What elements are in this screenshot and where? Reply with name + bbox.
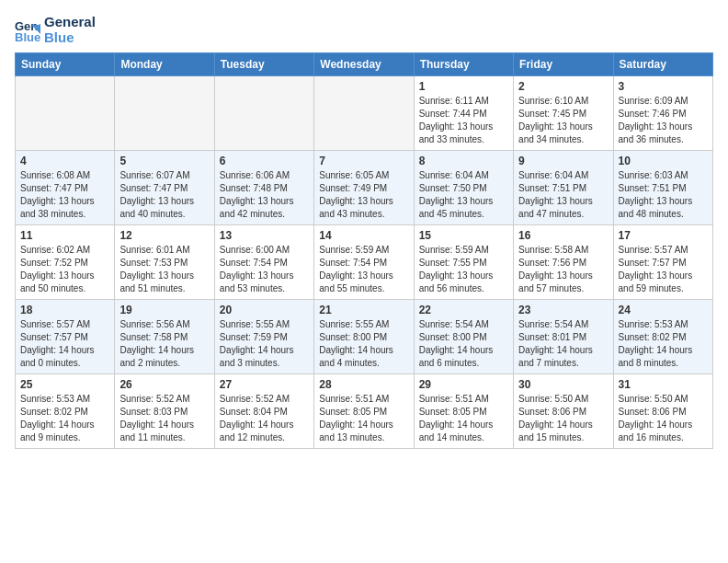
col-header-saturday: Saturday [613,53,712,76]
day-number: 12 [119,229,209,242]
day-number: 11 [20,229,109,242]
calendar-cell: 6Sunrise: 6:06 AM Sunset: 7:48 PM Daylig… [214,151,313,225]
calendar-cell: 26Sunrise: 5:52 AM Sunset: 8:03 PM Dayli… [115,374,214,449]
day-number: 9 [518,155,608,167]
day-number: 19 [119,304,209,316]
calendar-cell: 20Sunrise: 5:55 AM Sunset: 7:59 PM Dayli… [214,300,313,374]
day-info: Sunrise: 6:04 AM Sunset: 7:50 PM Dayligh… [419,169,508,221]
calendar-cell [214,76,313,151]
calendar-cell: 21Sunrise: 5:55 AM Sunset: 8:00 PM Dayli… [314,300,414,374]
calendar-cell: 3Sunrise: 6:09 AM Sunset: 7:46 PM Daylig… [613,76,712,151]
day-info: Sunrise: 6:07 AM Sunset: 7:47 PM Dayligh… [119,169,209,221]
calendar-cell: 9Sunrise: 6:04 AM Sunset: 7:51 PM Daylig… [514,151,613,225]
day-info: Sunrise: 6:08 AM Sunset: 7:47 PM Dayligh… [20,169,109,221]
calendar-cell: 31Sunrise: 5:50 AM Sunset: 8:06 PM Dayli… [613,374,712,449]
col-header-thursday: Thursday [414,53,513,76]
day-number: 18 [20,304,109,316]
day-info: Sunrise: 6:09 AM Sunset: 7:46 PM Dayligh… [619,95,708,146]
day-info: Sunrise: 5:54 AM Sunset: 8:00 PM Dayligh… [419,318,508,370]
col-header-sunday: Sunday [16,53,115,76]
day-info: Sunrise: 5:55 AM Sunset: 7:59 PM Dayligh… [220,318,309,370]
calendar-cell: 5Sunrise: 6:07 AM Sunset: 7:47 PM Daylig… [115,151,214,225]
calendar-cell: 8Sunrise: 6:04 AM Sunset: 7:50 PM Daylig… [414,151,513,225]
day-number: 2 [518,80,608,93]
day-info: Sunrise: 5:56 AM Sunset: 7:58 PM Dayligh… [119,318,209,370]
calendar-cell: 22Sunrise: 5:54 AM Sunset: 8:00 PM Dayli… [414,300,513,374]
calendar-cell: 24Sunrise: 5:53 AM Sunset: 8:02 PM Dayli… [613,300,712,374]
svg-text:Blue: Blue [15,30,40,43]
col-header-tuesday: Tuesday [214,53,313,76]
day-number: 21 [319,304,408,316]
calendar-cell: 29Sunrise: 5:51 AM Sunset: 8:05 PM Dayli… [414,374,513,449]
calendar-cell: 7Sunrise: 6:05 AM Sunset: 7:49 PM Daylig… [314,151,414,225]
logo-blue: Blue [44,30,96,46]
calendar-cell: 4Sunrise: 6:08 AM Sunset: 7:47 PM Daylig… [16,151,115,225]
calendar-week-5: 25Sunrise: 5:53 AM Sunset: 8:02 PM Dayli… [16,374,713,449]
calendar-cell: 15Sunrise: 5:59 AM Sunset: 7:55 PM Dayli… [414,225,513,300]
calendar-header-row: SundayMondayTuesdayWednesdayThursdayFrid… [16,53,713,76]
col-header-monday: Monday [115,53,214,76]
day-info: Sunrise: 6:03 AM Sunset: 7:51 PM Dayligh… [619,169,708,221]
day-info: Sunrise: 5:51 AM Sunset: 8:05 PM Dayligh… [419,393,508,444]
day-number: 20 [220,304,309,316]
calendar-cell: 11Sunrise: 6:02 AM Sunset: 7:52 PM Dayli… [16,225,115,300]
calendar-cell: 14Sunrise: 5:59 AM Sunset: 7:54 PM Dayli… [314,225,414,300]
calendar-cell [314,76,414,151]
calendar-cell: 28Sunrise: 5:51 AM Sunset: 8:05 PM Dayli… [314,374,414,449]
day-number: 8 [419,155,508,167]
day-number: 7 [319,155,408,167]
logo: General Blue General Blue [15,15,96,45]
day-number: 6 [220,155,309,167]
calendar-table: SundayMondayTuesdayWednesdayThursdayFrid… [15,52,713,449]
day-number: 26 [119,378,209,391]
calendar-cell: 19Sunrise: 5:56 AM Sunset: 7:58 PM Dayli… [115,300,214,374]
calendar-cell: 2Sunrise: 6:10 AM Sunset: 7:45 PM Daylig… [514,76,613,151]
day-number: 16 [518,229,608,242]
day-number: 17 [619,229,708,242]
day-number: 1 [419,80,508,93]
calendar-cell [115,76,214,151]
calendar-cell: 18Sunrise: 5:57 AM Sunset: 7:57 PM Dayli… [16,300,115,374]
day-number: 30 [518,378,608,391]
day-number: 13 [220,229,309,242]
logo-general: General [44,15,96,30]
day-info: Sunrise: 5:57 AM Sunset: 7:57 PM Dayligh… [619,244,708,295]
logo-icon: General Blue [15,17,40,43]
day-info: Sunrise: 5:52 AM Sunset: 8:03 PM Dayligh… [119,393,209,444]
day-info: Sunrise: 5:54 AM Sunset: 8:01 PM Dayligh… [518,318,608,370]
calendar-cell: 17Sunrise: 5:57 AM Sunset: 7:57 PM Dayli… [613,225,712,300]
calendar-cell [16,76,115,151]
day-number: 29 [419,378,508,391]
calendar-cell: 16Sunrise: 5:58 AM Sunset: 7:56 PM Dayli… [514,225,613,300]
day-number: 4 [20,155,109,167]
day-info: Sunrise: 5:51 AM Sunset: 8:05 PM Dayligh… [319,393,408,444]
calendar-cell: 30Sunrise: 5:50 AM Sunset: 8:06 PM Dayli… [514,374,613,449]
day-info: Sunrise: 5:50 AM Sunset: 8:06 PM Dayligh… [518,393,608,444]
day-number: 15 [419,229,508,242]
calendar-week-4: 18Sunrise: 5:57 AM Sunset: 7:57 PM Dayli… [16,300,713,374]
day-info: Sunrise: 6:01 AM Sunset: 7:53 PM Dayligh… [119,244,209,295]
day-info: Sunrise: 6:11 AM Sunset: 7:44 PM Dayligh… [419,95,508,146]
day-info: Sunrise: 6:10 AM Sunset: 7:45 PM Dayligh… [518,95,608,146]
day-info: Sunrise: 6:02 AM Sunset: 7:52 PM Dayligh… [20,244,109,295]
day-info: Sunrise: 6:06 AM Sunset: 7:48 PM Dayligh… [220,169,309,221]
day-info: Sunrise: 5:53 AM Sunset: 8:02 PM Dayligh… [619,318,708,370]
calendar-cell: 23Sunrise: 5:54 AM Sunset: 8:01 PM Dayli… [514,300,613,374]
calendar-week-3: 11Sunrise: 6:02 AM Sunset: 7:52 PM Dayli… [16,225,713,300]
day-info: Sunrise: 5:59 AM Sunset: 7:54 PM Dayligh… [319,244,408,295]
day-number: 23 [518,304,608,316]
day-number: 3 [619,80,708,93]
day-info: Sunrise: 5:57 AM Sunset: 7:57 PM Dayligh… [20,318,109,370]
calendar-cell: 12Sunrise: 6:01 AM Sunset: 7:53 PM Dayli… [115,225,214,300]
day-number: 5 [119,155,209,167]
day-info: Sunrise: 6:00 AM Sunset: 7:54 PM Dayligh… [220,244,309,295]
day-number: 28 [319,378,408,391]
day-info: Sunrise: 5:52 AM Sunset: 8:04 PM Dayligh… [220,393,309,444]
day-info: Sunrise: 5:50 AM Sunset: 8:06 PM Dayligh… [619,393,708,444]
calendar-cell: 27Sunrise: 5:52 AM Sunset: 8:04 PM Dayli… [214,374,313,449]
day-number: 27 [220,378,309,391]
page-header: General Blue General Blue [15,15,713,45]
day-number: 25 [20,378,109,391]
day-info: Sunrise: 5:58 AM Sunset: 7:56 PM Dayligh… [518,244,608,295]
day-number: 24 [619,304,708,316]
